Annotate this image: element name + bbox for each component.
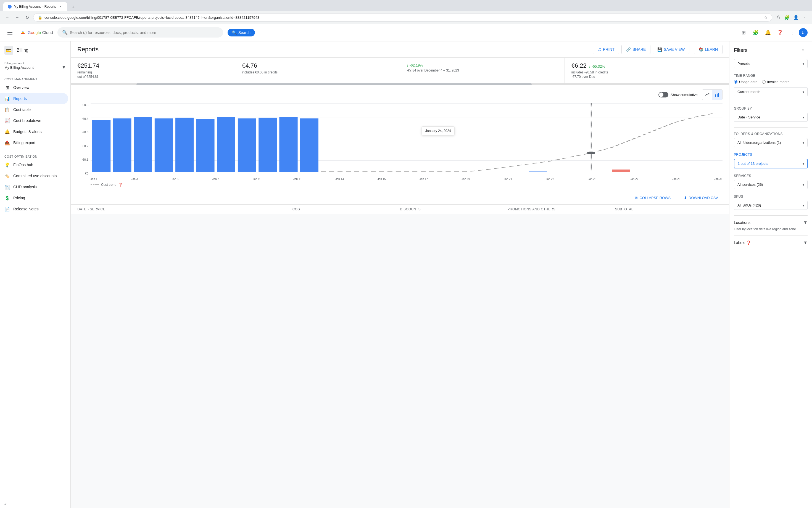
skus-select[interactable]: All SKUs (426) bbox=[734, 201, 808, 210]
sidebar-item-finops[interactable]: 💡 FinOps hub bbox=[0, 159, 68, 170]
sidebar-item-budgets-alerts[interactable]: 🔔 Budgets & alerts bbox=[0, 126, 68, 137]
more-button[interactable]: ⋮ bbox=[801, 13, 809, 21]
usage-date-radio[interactable]: Usage date bbox=[734, 80, 758, 84]
x-label-jan23: Jan 23 bbox=[546, 177, 554, 180]
stat-label-2: -€7.84 over December 4 – 31, 2023 bbox=[407, 69, 558, 72]
table-header: Date › Service Cost Discounts Promotions… bbox=[71, 204, 729, 214]
cast-button[interactable]: ⎙ bbox=[774, 13, 782, 21]
sidebar-item-billing-export[interactable]: 📤 Billing export bbox=[0, 137, 68, 148]
share-button[interactable]: 🔗 SHARE bbox=[621, 45, 650, 54]
labels-section-title[interactable]: Labels ❓ ▼ bbox=[734, 240, 808, 245]
y-label-3: €0.2 bbox=[83, 144, 88, 148]
projects-select-wrapper: 1 out of 13 projects bbox=[734, 159, 808, 168]
search-btn-icon: 🔍 bbox=[232, 30, 237, 35]
sidebar-item-pricing[interactable]: 💲 Pricing bbox=[0, 193, 68, 204]
new-tab-button[interactable]: + bbox=[69, 3, 77, 11]
search-bar[interactable]: 🔍 bbox=[57, 27, 223, 38]
search-input[interactable] bbox=[70, 30, 218, 35]
line-chart-button[interactable] bbox=[702, 90, 712, 100]
folders-select-wrapper: All folders/organizations (1) bbox=[734, 138, 808, 147]
down-arrow-icon-2: ↓ bbox=[407, 63, 409, 68]
x-axis: Jan 1 Jan 3 Jan 5 Jan 7 Jan 9 Jan 11 Jan… bbox=[91, 177, 723, 180]
header-actions-bar: 🖨 PRINT 🔗 SHARE 💾 SAVE VIEW 📚 LEARN bbox=[593, 45, 723, 54]
invoice-month-radio[interactable]: Invoice month bbox=[762, 80, 789, 84]
cost-table-icon: 📋 bbox=[4, 107, 10, 112]
labels-help-icon[interactable]: ❓ bbox=[746, 241, 751, 245]
stat-change-2: ↓ -62.19% bbox=[407, 63, 558, 68]
more-icon-button[interactable]: ⋮ bbox=[786, 27, 798, 38]
cud-analysis-icon: 📉 bbox=[4, 184, 10, 190]
back-button[interactable]: ← bbox=[3, 13, 11, 21]
folders-select[interactable]: All folders/organizations (1) bbox=[734, 138, 808, 147]
x-label-jan27: Jan 27 bbox=[630, 177, 638, 180]
show-cumulative-toggle[interactable]: Show cumulative bbox=[658, 92, 698, 97]
svg-rect-29 bbox=[633, 172, 651, 172]
projects-select[interactable]: 1 out of 13 projects bbox=[734, 159, 808, 168]
save-icon: 💾 bbox=[657, 47, 662, 52]
sidebar-item-cost-breakdown[interactable]: 📈 Cost breakdown bbox=[0, 115, 68, 126]
group-by-select[interactable]: Date › Service Project Service SKU bbox=[734, 113, 808, 122]
cost-optimization-label: Cost optimization bbox=[0, 153, 71, 159]
locations-label: Locations bbox=[734, 220, 750, 225]
sidebar-item-release-notes[interactable]: 📄 Release Notes bbox=[0, 204, 68, 214]
x-label-jan9: Jan 9 bbox=[253, 177, 259, 180]
chart-controls: Show cumulative bbox=[77, 89, 723, 100]
svg-rect-16 bbox=[300, 119, 318, 172]
stat-change-value-2: -62.19% bbox=[410, 63, 423, 68]
x-label-jan1: Jan 1 bbox=[91, 177, 97, 180]
search-button[interactable]: 🔍 Search bbox=[228, 29, 255, 36]
extension-icon-button[interactable]: 🧩 bbox=[750, 27, 761, 38]
usage-date-input[interactable] bbox=[734, 80, 737, 84]
sidebar-item-cost-table-label: Cost table bbox=[13, 108, 31, 112]
usage-date-label: Usage date bbox=[739, 80, 758, 84]
bell-icon-button[interactable]: 🔔 bbox=[762, 27, 773, 38]
collapse-icon: « bbox=[4, 502, 7, 506]
x-label-jan19: Jan 19 bbox=[462, 177, 470, 180]
svg-rect-26 bbox=[508, 172, 526, 172]
services-label: Services bbox=[734, 174, 808, 178]
scrollable-content: €251.74 remaining out of €254.81 €4.76 i… bbox=[71, 58, 729, 508]
sidebar-collapse-button[interactable]: « bbox=[0, 499, 71, 508]
tab-close-button[interactable]: ✕ bbox=[58, 4, 63, 9]
reload-button[interactable]: ↻ bbox=[23, 13, 31, 21]
current-period-select[interactable]: Current month Last 7 days Last 30 days L… bbox=[734, 87, 808, 96]
grid-icon-button[interactable]: ⊞ bbox=[738, 27, 749, 38]
sidebar-item-committed-discounts[interactable]: 🏷️ Committed use discounts... bbox=[0, 170, 68, 181]
save-view-button[interactable]: 💾 SAVE VIEW bbox=[653, 45, 689, 54]
account-selector[interactable]: Billing account My Billing Account ▼ bbox=[0, 59, 71, 72]
browser-actions: ⎙ 🧩 👤 ⋮ bbox=[774, 13, 809, 21]
services-select[interactable]: All services (26) bbox=[734, 180, 808, 189]
stat-label-3: includes -€0.58 in credits bbox=[571, 71, 723, 74]
invoice-month-input[interactable] bbox=[762, 80, 766, 84]
svg-rect-24 bbox=[466, 172, 485, 172]
print-button[interactable]: 🖨 PRINT bbox=[593, 45, 619, 54]
profile-button[interactable]: 👤 bbox=[792, 13, 800, 21]
sidebar-item-cost-table[interactable]: 📋 Cost table bbox=[0, 104, 68, 115]
chart-legend: Cost trend ❓ bbox=[91, 183, 723, 186]
folders-label: Folders & Organizations bbox=[734, 132, 808, 136]
account-dropdown-arrow: ▼ bbox=[62, 65, 66, 70]
hamburger-button[interactable] bbox=[4, 27, 15, 38]
sidebar-item-reports[interactable]: 📊 Reports bbox=[0, 93, 68, 104]
locations-section-title[interactable]: Locations ▼ bbox=[734, 220, 808, 225]
toggle-switch[interactable] bbox=[658, 92, 668, 97]
learn-button[interactable]: 📚 LEARN bbox=[694, 45, 723, 54]
sidebar-item-cud-analysis[interactable]: 📉 CUD analysis bbox=[0, 181, 68, 193]
sidebar-item-overview[interactable]: ⊞ Overview bbox=[0, 82, 68, 93]
presets-select[interactable]: Presets bbox=[734, 59, 808, 68]
bar-chart-button[interactable] bbox=[712, 90, 722, 100]
filters-collapse-button[interactable]: » bbox=[799, 46, 808, 55]
extensions-button[interactable]: 🧩 bbox=[783, 13, 791, 21]
download-csv-button[interactable]: ⬇ DOWNLOAD CSV bbox=[680, 194, 723, 202]
account-name[interactable]: My Billing Account ▼ bbox=[4, 65, 66, 70]
forward-button[interactable]: → bbox=[13, 13, 21, 21]
collapse-rows-button[interactable]: ⊠ COLLAPSE ROWS bbox=[630, 194, 675, 202]
stat-sub-3: -€7.70 over Dec bbox=[571, 75, 723, 79]
legend-help-icon[interactable]: ❓ bbox=[119, 183, 123, 186]
url-bar[interactable]: 🔒 console.cloud.google.com/billing/00178… bbox=[33, 13, 772, 22]
help-icon-button[interactable]: ❓ bbox=[774, 27, 785, 38]
avatar[interactable]: U bbox=[799, 28, 808, 37]
active-tab[interactable]: My Billing Account – Reports ✕ bbox=[3, 2, 67, 11]
reports-icon: 📊 bbox=[4, 96, 10, 101]
star-icon[interactable]: ☆ bbox=[764, 15, 768, 19]
